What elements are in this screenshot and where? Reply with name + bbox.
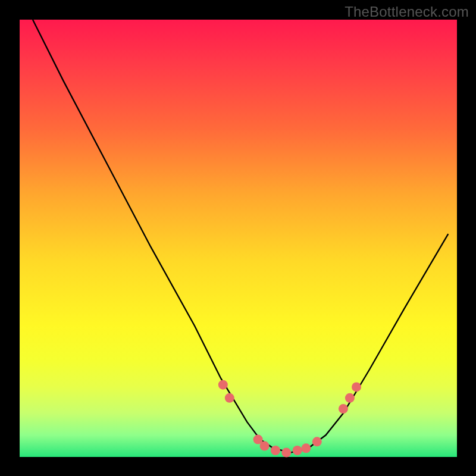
highlight-dot [345,393,355,403]
highlight-dot [281,448,291,458]
highlight-dot [352,382,361,392]
highlight-dot [225,393,234,403]
highlight-dot [339,404,348,414]
highlight-dot [260,441,270,451]
highlight-dot [301,443,311,453]
chart-frame: TheBottleneck.com [0,0,476,476]
highlight-dot [218,380,228,390]
highlight-dot [271,446,280,455]
bottleneck-curve [33,20,448,453]
chart-svg [0,0,476,476]
highlight-dot [293,446,302,455]
highlight-dot [312,437,322,446]
